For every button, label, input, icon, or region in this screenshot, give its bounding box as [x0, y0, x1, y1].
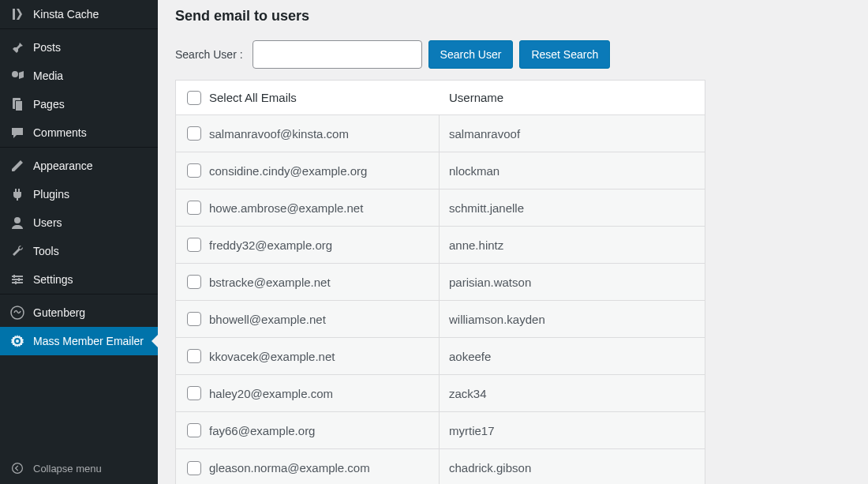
td-email: howe.ambrose@example.net: [176, 189, 440, 226]
search-label: Search User :: [175, 48, 246, 61]
email-cell: bstracke@example.net: [209, 276, 331, 289]
row-checkbox[interactable]: [187, 312, 201, 326]
table-row: bhowell@example.netwilliamson.kayden: [176, 301, 705, 338]
email-cell: haley20@example.com: [209, 387, 333, 400]
tools-icon: [9, 243, 25, 259]
search-user-button[interactable]: Search User: [428, 40, 514, 69]
email-cell: bhowell@example.net: [209, 313, 326, 326]
sidebar-item-label: Pages: [33, 97, 65, 111]
search-input[interactable]: [253, 40, 422, 69]
row-checkbox[interactable]: [187, 126, 201, 141]
td-email: fay66@example.org: [176, 412, 440, 448]
email-cell: howe.ambrose@example.net: [209, 201, 363, 215]
td-email: gleason.norma@example.com: [176, 449, 440, 484]
email-cell: freddy32@example.org: [209, 238, 332, 252]
email-cell: considine.cindy@example.org: [209, 164, 367, 178]
row-checkbox[interactable]: [187, 461, 201, 475]
select-all-checkbox[interactable]: [187, 91, 201, 105]
table-row: howe.ambrose@example.netschmitt.janelle: [176, 189, 705, 227]
table-row: fay66@example.orgmyrtie17: [176, 412, 705, 449]
reset-search-button[interactable]: Reset Search: [519, 40, 610, 69]
sidebar-item-users[interactable]: Users: [0, 208, 158, 237]
kinsta-icon: [9, 6, 25, 22]
users-table: Select All Emails Username salmanravoof@…: [175, 80, 705, 484]
table-body: salmanravoof@kinsta.comsalmanravoofconsi…: [176, 115, 705, 484]
th-email: Select All Emails: [176, 91, 440, 105]
sidebar-item-media[interactable]: Media: [0, 62, 158, 90]
settings-icon: [9, 272, 25, 287]
table-row: gleason.norma@example.comchadrick.gibson: [176, 449, 705, 484]
sidebar-item-posts[interactable]: Posts: [0, 33, 158, 62]
svg-rect-7: [12, 282, 23, 283]
row-checkbox[interactable]: [187, 201, 201, 215]
collapse-menu[interactable]: Collapse menu: [0, 452, 158, 484]
th-email-label: Select All Emails: [209, 91, 297, 104]
gear-icon: [9, 333, 25, 349]
sidebar-item-label: Plugins: [33, 187, 69, 201]
row-checkbox[interactable]: [187, 238, 201, 252]
sidebar-item-label: Kinsta Cache: [33, 7, 99, 21]
svg-rect-9: [18, 278, 20, 281]
td-email: kkovacek@example.net: [176, 338, 440, 374]
svg-rect-6: [12, 279, 23, 280]
sidebar-item-label: Comments: [33, 126, 87, 140]
sidebar-item-kinsta-cache[interactable]: Kinsta Cache: [0, 0, 158, 28]
svg-rect-3: [16, 101, 22, 111]
sidebar-item-comments[interactable]: Comments: [0, 118, 158, 147]
table-row: salmanravoof@kinsta.comsalmanravoof: [176, 115, 705, 152]
sidebar-item-settings[interactable]: Settings: [0, 265, 158, 294]
row-checkbox[interactable]: [187, 349, 201, 363]
collapse-icon: [9, 460, 25, 476]
table-row: haley20@example.comzack34: [176, 375, 705, 412]
username-cell: schmitt.janelle: [440, 201, 705, 215]
row-checkbox[interactable]: [187, 163, 201, 178]
plugins-icon: [9, 186, 25, 202]
table-row: considine.cindy@example.orgnlockman: [176, 152, 705, 189]
page-title: Send email to users: [175, 8, 851, 24]
admin-sidebar: Kinsta Cache Posts Media Pages Comments …: [0, 0, 158, 484]
gutenberg-icon: [9, 305, 25, 321]
sidebar-item-label: Appearance: [33, 159, 93, 173]
svg-point-4: [14, 217, 21, 223]
email-cell: kkovacek@example.net: [209, 350, 335, 363]
media-icon: [9, 68, 25, 84]
sidebar-item-label: Users: [33, 216, 62, 230]
td-email: considine.cindy@example.org: [176, 152, 440, 189]
row-checkbox[interactable]: [187, 423, 201, 437]
comments-icon: [9, 125, 25, 141]
username-cell: parisian.watson: [440, 276, 705, 289]
table-row: kkovacek@example.netaokeefe: [176, 338, 705, 375]
row-checkbox[interactable]: [187, 386, 201, 400]
sidebar-item-label: Tools: [33, 244, 59, 258]
sidebar-item-plugins[interactable]: Plugins: [0, 180, 158, 208]
sidebar-item-label: Posts: [33, 40, 61, 54]
username-cell: aokeefe: [440, 350, 705, 363]
email-cell: salmanravoof@kinsta.com: [209, 127, 349, 141]
td-email: haley20@example.com: [176, 375, 440, 411]
username-cell: zack34: [440, 387, 705, 400]
appearance-icon: [9, 158, 25, 174]
td-email: salmanravoof@kinsta.com: [176, 115, 440, 152]
sidebar-item-mass-member-emailer[interactable]: Mass Member Emailer: [0, 327, 158, 355]
collapse-label: Collapse menu: [33, 463, 102, 475]
table-row: freddy32@example.organne.hintz: [176, 227, 705, 264]
row-checkbox[interactable]: [187, 275, 201, 289]
sidebar-item-tools[interactable]: Tools: [0, 237, 158, 265]
email-cell: fay66@example.org: [209, 424, 315, 437]
pin-icon: [9, 39, 25, 55]
sidebar-item-label: Media: [33, 69, 63, 83]
sidebar-item-gutenberg[interactable]: Gutenberg: [0, 298, 158, 327]
users-icon: [9, 215, 25, 231]
pages-icon: [9, 96, 25, 112]
svg-rect-10: [15, 281, 17, 284]
sidebar-item-pages[interactable]: Pages: [0, 90, 158, 118]
th-username: Username: [440, 91, 705, 104]
svg-rect-8: [13, 275, 15, 278]
td-email: bhowell@example.net: [176, 301, 440, 337]
search-row: Search User : Search User Reset Search: [175, 40, 851, 69]
sidebar-item-label: Gutenberg: [33, 306, 85, 320]
email-cell: gleason.norma@example.com: [209, 461, 370, 475]
main-content: Send email to users Search User : Search…: [158, 0, 868, 484]
sidebar-item-appearance[interactable]: Appearance: [0, 152, 158, 180]
sidebar-item-label: Mass Member Emailer: [33, 334, 144, 348]
